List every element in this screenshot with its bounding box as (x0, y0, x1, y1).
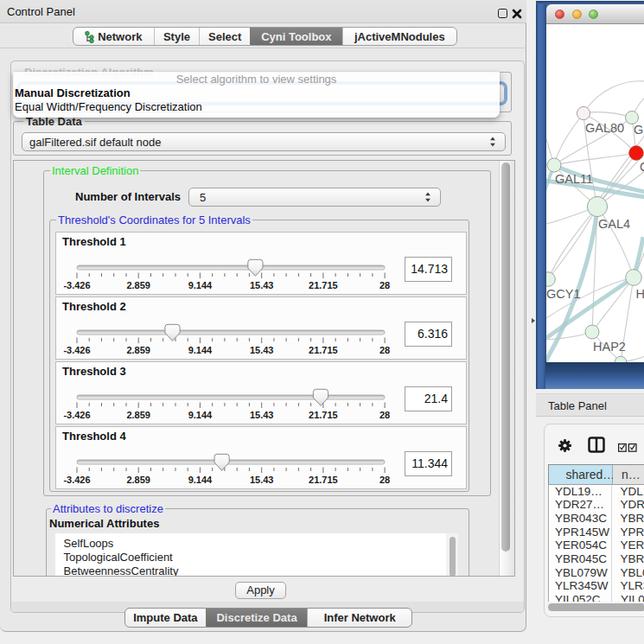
svg-text:9.144: 9.144 (188, 345, 213, 355)
svg-text:9.144: 9.144 (188, 410, 213, 420)
svg-text:21.715: 21.715 (309, 280, 338, 290)
svg-text:GAL4: GAL4 (598, 217, 630, 231)
svg-text:-3.426: -3.426 (63, 475, 90, 485)
svg-text:15.43: 15.43 (250, 345, 274, 355)
svg-text:-3.426: -3.426 (63, 280, 90, 290)
svg-text:28: 28 (379, 280, 390, 290)
svg-text:9.144: 9.144 (188, 475, 213, 485)
svg-text:28: 28 (379, 345, 390, 355)
svg-text:-3.426: -3.426 (63, 410, 90, 420)
svg-text:28: 28 (379, 410, 390, 420)
svg-text:GAL80: GAL80 (585, 121, 624, 135)
svg-text:21.715: 21.715 (309, 475, 338, 485)
svg-text:2.859: 2.859 (126, 280, 150, 290)
svg-text:21.715: 21.715 (309, 410, 338, 420)
svg-text:C: C (640, 160, 644, 174)
svg-text:21.715: 21.715 (309, 345, 338, 355)
svg-text:2.859: 2.859 (126, 475, 150, 485)
svg-text:9.144: 9.144 (188, 280, 213, 290)
svg-text:15.43: 15.43 (250, 475, 274, 485)
svg-text:GCY1: GCY1 (546, 287, 581, 301)
svg-text:2.859: 2.859 (126, 410, 150, 420)
svg-text:GAL11: GAL11 (555, 172, 593, 186)
svg-text:HAP2: HAP2 (593, 340, 626, 354)
svg-text:H: H (635, 287, 644, 301)
svg-text:-3.426: -3.426 (63, 345, 90, 355)
svg-text:15.43: 15.43 (250, 410, 274, 420)
svg-text:15.43: 15.43 (250, 280, 274, 290)
svg-text:28: 28 (379, 475, 390, 485)
svg-text:2.859: 2.859 (126, 345, 150, 355)
svg-text:G.: G. (634, 123, 644, 137)
